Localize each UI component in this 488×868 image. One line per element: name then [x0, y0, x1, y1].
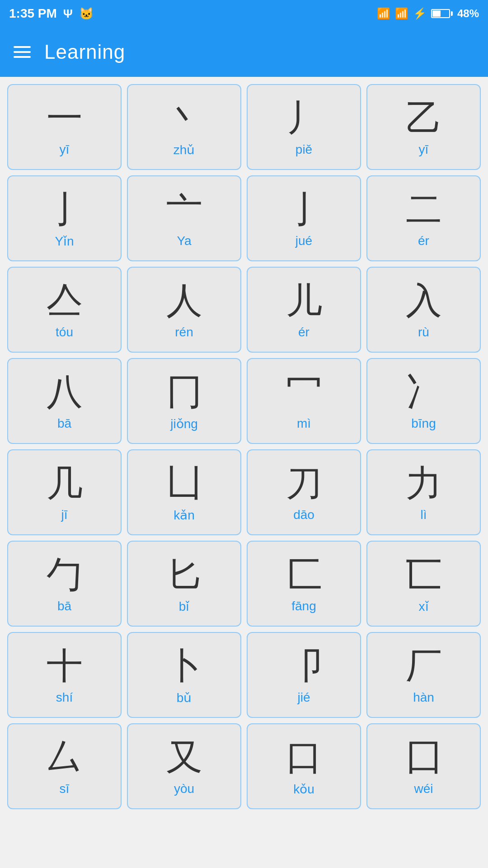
radical-pinyin: kǒu	[293, 782, 314, 797]
radical-card[interactable]: 冖mì	[247, 358, 361, 444]
radical-pinyin: bīng	[411, 416, 436, 431]
radical-char: 冫	[406, 372, 442, 412]
signal-icon: 📶	[395, 7, 408, 20]
radical-card[interactable]: 乙yī	[366, 84, 481, 170]
radical-pinyin: yī	[419, 142, 429, 157]
radical-pinyin: Yǐn	[55, 234, 74, 249]
radical-card[interactable]: 厶sī	[7, 723, 122, 809]
radical-pinyin: jué	[296, 234, 312, 248]
radical-pinyin: hàn	[413, 690, 434, 705]
radical-pinyin: piě	[296, 142, 312, 157]
radical-pinyin: bǐ	[179, 599, 190, 614]
radical-char: 八	[47, 372, 83, 412]
radical-char: 勹	[47, 555, 83, 594]
radical-card[interactable]: 冂jiǒng	[127, 358, 241, 444]
radical-card[interactable]: 丶zhǔ	[127, 84, 241, 170]
radical-card[interactable]: 冫bīng	[366, 358, 481, 444]
radical-char: 卜	[166, 646, 202, 686]
radical-pinyin: rén	[175, 325, 193, 340]
radical-char: 冂	[166, 372, 202, 412]
radical-char: 囗	[406, 737, 442, 777]
radical-card[interactable]: 厂hàn	[366, 632, 481, 718]
radical-char: 一	[47, 98, 83, 138]
status-right: 📶 📶 ⚡ 48%	[377, 7, 479, 20]
status-bar: 1:35 PM Ψ 🐱 📶 📶 ⚡ 48%	[0, 0, 488, 27]
radical-card[interactable]: 刀dāo	[247, 449, 361, 535]
battery-indicator	[431, 9, 453, 18]
radical-pinyin: jiǒng	[170, 416, 198, 431]
wifi-icon: 📶	[377, 7, 390, 20]
radical-pinyin: rù	[418, 325, 429, 340]
radical-char: 厂	[406, 646, 442, 686]
radical-pinyin: bā	[57, 416, 71, 431]
radical-card[interactable]: 儿ér	[247, 267, 361, 353]
radical-pinyin: wéi	[414, 782, 433, 796]
radical-card[interactable]: 亅jué	[247, 175, 361, 261]
radical-pinyin: Ya	[177, 234, 191, 248]
cat-icon: 🐱	[79, 7, 94, 21]
radical-pinyin: bā	[57, 599, 71, 613]
psi-icon: Ψ	[63, 7, 73, 21]
radical-card[interactable]: 八bā	[7, 358, 122, 444]
radical-card[interactable]: 卩jié	[247, 632, 361, 718]
radical-pinyin: yòu	[174, 782, 194, 796]
radical-pinyin: bǔ	[177, 690, 192, 705]
radical-pinyin: ér	[298, 325, 310, 340]
radical-card[interactable]: 入rù	[366, 267, 481, 353]
radical-char: 亠	[166, 189, 202, 229]
radical-card[interactable]: 丿piě	[247, 84, 361, 170]
status-time: 1:35 PM	[9, 6, 57, 21]
radical-char: 亅	[286, 189, 322, 229]
radical-char: 人	[166, 281, 202, 321]
radical-pinyin: kǎn	[174, 508, 195, 523]
status-left: 1:35 PM Ψ 🐱	[9, 6, 94, 21]
radical-card[interactable]: 亼tóu	[7, 267, 122, 353]
radical-pinyin: sī	[60, 782, 70, 796]
radical-pinyin: xǐ	[419, 599, 429, 614]
radical-char: 丿	[286, 98, 322, 138]
radical-card[interactable]: 一yī	[7, 84, 122, 170]
radical-char: 匸	[406, 555, 442, 594]
radical-char: 乙	[406, 98, 442, 138]
radical-card[interactable]: 匕bǐ	[127, 541, 241, 627]
radical-char: 入	[406, 281, 442, 321]
radical-pinyin: fāng	[291, 599, 316, 613]
radical-char: 几	[47, 463, 83, 503]
radical-card[interactable]: 人rén	[127, 267, 241, 353]
radical-char: 力	[406, 463, 442, 503]
radical-char: 二	[406, 189, 442, 229]
menu-button[interactable]	[14, 46, 31, 58]
radical-card[interactable]: 二ér	[366, 175, 481, 261]
radical-card[interactable]: 口kǒu	[247, 723, 361, 809]
radical-card[interactable]: 又yòu	[127, 723, 241, 809]
radical-char: 十	[47, 646, 83, 686]
radical-char: 冖	[286, 372, 322, 412]
bolt-icon: ⚡	[413, 7, 427, 20]
radical-card[interactable]: 匚fāng	[247, 541, 361, 627]
radical-card[interactable]: 力lì	[366, 449, 481, 535]
radical-char: 凵	[166, 463, 202, 503]
radical-pinyin: mì	[297, 416, 311, 431]
radical-pinyin: ér	[418, 234, 429, 248]
radical-char: 又	[166, 737, 202, 777]
radical-card[interactable]: 亠Ya	[127, 175, 241, 261]
radical-char: 亅	[47, 189, 83, 229]
radical-card[interactable]: 勹bā	[7, 541, 122, 627]
radical-pinyin: jié	[297, 690, 310, 705]
radical-char: 亼	[47, 281, 83, 321]
radical-pinyin: zhǔ	[174, 142, 195, 157]
radical-card[interactable]: 卜bǔ	[127, 632, 241, 718]
radical-card[interactable]: 凵kǎn	[127, 449, 241, 535]
radical-pinyin: lì	[421, 508, 427, 522]
app-title: Learning	[44, 41, 125, 63]
radical-grid: 一yī丶zhǔ丿piě乙yī亅Yǐn亠Ya亅jué二ér亼tóu人rén儿ér入…	[0, 77, 488, 816]
radical-card[interactable]: 囗wéi	[366, 723, 481, 809]
radical-pinyin: shí	[56, 690, 73, 705]
radical-char: 厶	[47, 737, 83, 777]
radical-card[interactable]: 几jī	[7, 449, 122, 535]
radical-char: 卩	[286, 646, 322, 686]
radical-card[interactable]: 十shí	[7, 632, 122, 718]
radical-card[interactable]: 亅Yǐn	[7, 175, 122, 261]
radical-pinyin: dāo	[293, 508, 314, 522]
radical-card[interactable]: 匸xǐ	[366, 541, 481, 627]
